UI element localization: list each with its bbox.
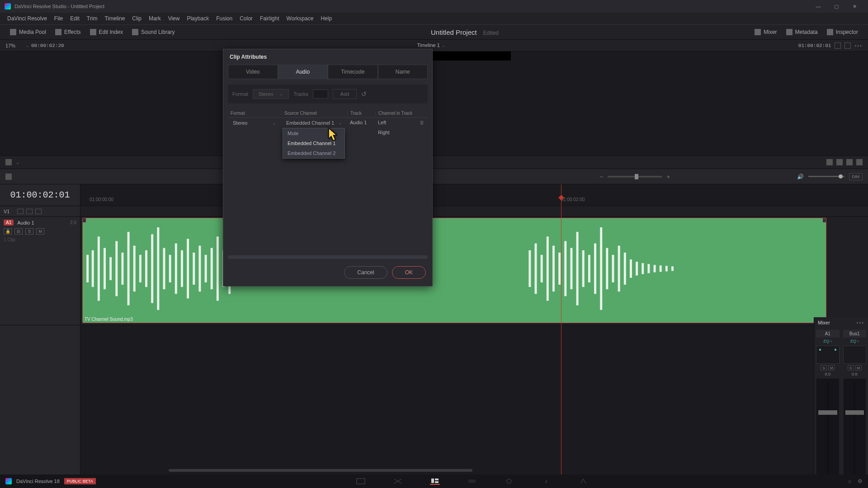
row-format-select[interactable]: Stereo⌄ bbox=[231, 120, 278, 126]
pan-control[interactable] bbox=[816, 346, 840, 364]
menu-view[interactable]: View bbox=[165, 14, 184, 23]
timeline-more-icon[interactable]: ••• bbox=[854, 43, 863, 48]
goto-end-icon[interactable] bbox=[846, 159, 853, 165]
page-cut-icon[interactable] bbox=[393, 478, 403, 485]
metadata-button[interactable]: Metadata bbox=[782, 27, 822, 37]
lock-icon[interactable] bbox=[17, 209, 24, 214]
tab-timecode[interactable]: Timecode bbox=[328, 65, 378, 79]
dropdown-option-embedded-1[interactable]: Embedded Channel 1 bbox=[283, 138, 344, 148]
goto-last-icon[interactable] bbox=[856, 159, 863, 165]
mute-button[interactable]: M bbox=[828, 365, 835, 371]
inspector-button[interactable]: Inspector bbox=[822, 27, 863, 37]
dropdown-option-mute[interactable]: Mute bbox=[283, 128, 344, 138]
tracks-input[interactable] bbox=[313, 89, 328, 99]
eq-button[interactable]: EQ ▪ bbox=[816, 338, 840, 345]
maximize-button[interactable]: ▢ bbox=[827, 1, 845, 12]
preview-zoom[interactable]: 17% bbox=[5, 43, 24, 48]
speaker-icon[interactable]: 🔊 bbox=[797, 174, 804, 180]
format-select[interactable]: Stereo⌄ bbox=[253, 89, 289, 99]
mixer-more-icon[interactable]: ••• bbox=[856, 320, 864, 325]
menu-workspace[interactable]: Workspace bbox=[283, 14, 317, 23]
zoom-in-icon[interactable]: + bbox=[666, 173, 670, 180]
pan-control[interactable] bbox=[843, 346, 867, 364]
page-fusion-icon[interactable] bbox=[467, 478, 477, 485]
track-view-icon[interactable] bbox=[26, 209, 33, 214]
minimize-button[interactable]: — bbox=[809, 1, 827, 12]
menu-timeline[interactable]: Timeline bbox=[101, 14, 128, 23]
a1-link-icon[interactable]: ⊟ bbox=[14, 228, 23, 235]
menu-color[interactable]: Color bbox=[236, 14, 256, 23]
mute-button[interactable]: M bbox=[855, 365, 862, 371]
solo-button[interactable]: S bbox=[821, 365, 827, 371]
page-color-icon[interactable] bbox=[504, 478, 514, 485]
a1-track-lane[interactable]: TV Channel Sound.mp3 bbox=[80, 217, 868, 325]
page-fairlight-icon[interactable]: ♪ bbox=[541, 478, 551, 485]
timeline-ruler[interactable]: 01:00:00:00 01:00:02:00 bbox=[80, 184, 868, 206]
eq-button[interactable]: EQ ▪ bbox=[843, 338, 867, 345]
fader[interactable] bbox=[816, 378, 840, 488]
delete-row-icon[interactable]: 🗑 bbox=[420, 120, 425, 125]
playhead[interactable] bbox=[561, 184, 561, 474]
a1-solo-button[interactable]: S bbox=[25, 228, 33, 235]
add-button[interactable]: Add bbox=[333, 89, 357, 99]
a1-mute-button[interactable]: M bbox=[36, 228, 44, 235]
reset-icon[interactable]: ↺ bbox=[361, 90, 367, 98]
menu-trim[interactable]: Trim bbox=[83, 14, 101, 23]
menu-clip[interactable]: Clip bbox=[128, 14, 145, 23]
clip-in-handle[interactable] bbox=[82, 218, 86, 223]
viewer-mode-icon[interactable] bbox=[5, 159, 12, 165]
v1-track-header[interactable]: V1 bbox=[0, 206, 80, 217]
sound-library-button[interactable]: Sound Library bbox=[127, 27, 179, 37]
a1-track-header[interactable]: A1 Audio 1 2.0 🔒 ⊟ S M 1 Clip bbox=[0, 217, 80, 325]
media-pool-button[interactable]: Media Pool bbox=[5, 27, 51, 37]
a1-lock-icon[interactable]: 🔒 bbox=[4, 228, 12, 235]
timeline-scrollbar[interactable] bbox=[162, 469, 823, 474]
tab-name[interactable]: Name bbox=[378, 65, 428, 79]
mixer-button[interactable]: Mixer bbox=[750, 27, 781, 37]
edit-index-button[interactable]: Edit Index bbox=[85, 27, 127, 37]
ok-button[interactable]: OK bbox=[392, 266, 426, 279]
track-view2-icon[interactable] bbox=[35, 209, 42, 214]
page-deliver-icon[interactable] bbox=[578, 478, 588, 485]
dim-button[interactable]: DIM bbox=[849, 173, 863, 180]
menu-mark[interactable]: Mark bbox=[145, 14, 165, 23]
loop-icon[interactable] bbox=[836, 159, 843, 165]
timeline-canvas[interactable]: 01:00:00:00 01:00:02:00 bbox=[80, 184, 868, 474]
menu-davinci-resolve[interactable]: DaVinci Resolve bbox=[4, 14, 51, 23]
chevron-down-icon[interactable]: ⌄ bbox=[25, 42, 29, 48]
clip-name: TV Channel Sound.mp3 bbox=[85, 317, 133, 322]
solo-button[interactable]: S bbox=[848, 365, 854, 371]
menu-fairlight[interactable]: Fairlight bbox=[256, 14, 283, 23]
single-viewer-icon[interactable] bbox=[844, 42, 851, 49]
tab-video[interactable]: Video bbox=[228, 65, 278, 79]
menu-edit[interactable]: Edit bbox=[66, 14, 83, 23]
menu-help[interactable]: Help bbox=[317, 14, 335, 23]
cancel-button[interactable]: Cancel bbox=[344, 266, 387, 279]
a1-badge[interactable]: A1 bbox=[4, 220, 14, 225]
v1-track-lane[interactable] bbox=[80, 206, 868, 217]
clip-out-handle[interactable] bbox=[822, 218, 826, 223]
page-edit-icon[interactable] bbox=[430, 478, 440, 485]
zoom-out-icon[interactable]: − bbox=[599, 173, 603, 180]
close-button[interactable]: ✕ bbox=[845, 1, 863, 12]
bypass-icon[interactable] bbox=[835, 42, 841, 49]
effects-button[interactable]: Effects bbox=[51, 27, 85, 37]
dialog-scrollbar[interactable] bbox=[228, 255, 428, 259]
timeline-view-icon[interactable] bbox=[5, 174, 12, 180]
page-media-icon[interactable] bbox=[356, 478, 366, 485]
menu-fusion[interactable]: Fusion bbox=[212, 14, 236, 23]
audio-clip[interactable]: TV Channel Sound.mp3 bbox=[82, 218, 826, 323]
volume-slider[interactable] bbox=[808, 176, 844, 177]
chevron-down-icon[interactable]: ⌄ bbox=[15, 159, 20, 165]
settings-icon[interactable]: ⚙ bbox=[858, 478, 863, 484]
zoom-slider[interactable] bbox=[608, 176, 662, 178]
row-source-select[interactable]: Embedded Channel 1⌄ bbox=[284, 120, 344, 126]
tab-audio[interactable]: Audio bbox=[278, 65, 328, 79]
match-frame-icon[interactable] bbox=[826, 159, 833, 165]
menu-playback[interactable]: Playback bbox=[183, 14, 212, 23]
home-icon[interactable]: ⌂ bbox=[848, 478, 851, 484]
menu-file[interactable]: File bbox=[51, 14, 66, 23]
fader[interactable] bbox=[843, 378, 867, 488]
dropdown-option-embedded-2[interactable]: Embedded Channel 2 bbox=[283, 148, 344, 158]
timeline-name[interactable]: Timeline 1 ⌄ bbox=[64, 42, 798, 48]
